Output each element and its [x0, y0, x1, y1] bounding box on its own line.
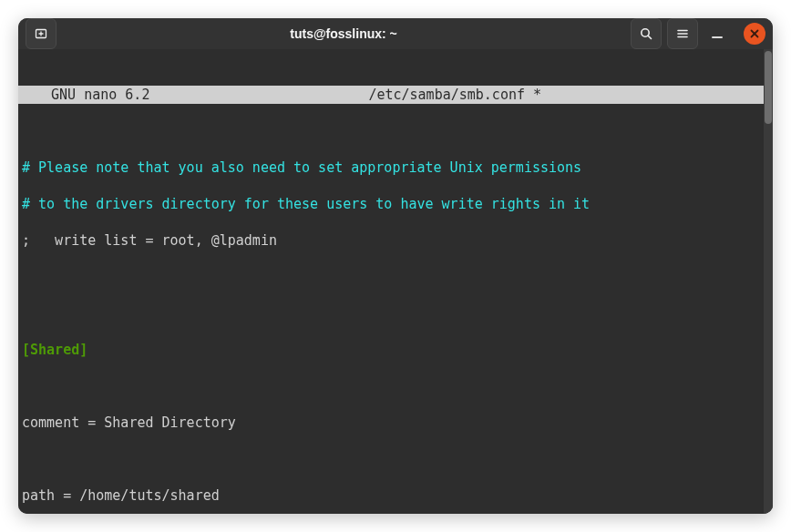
titlebar: tuts@fosslinux: ~ [18, 18, 773, 49]
svg-line-4 [648, 36, 651, 38]
editor-blank-line [22, 304, 760, 322]
search-button[interactable] [631, 18, 662, 49]
editor-line: path = /home/tuts/shared [22, 486, 760, 505]
new-tab-button[interactable] [26, 18, 56, 49]
editor-line: # to the drivers directory for these use… [22, 195, 760, 213]
nano-filename: /etc/samba/smb.conf * [149, 86, 760, 104]
nano-header: GNU nano 6.2 /etc/samba/smb.conf * [18, 86, 764, 104]
editor-blank-line [22, 450, 760, 468]
editor-blank-line [22, 268, 760, 286]
editor-content[interactable]: # Please note that you also need to set … [18, 140, 764, 514]
minimize-icon [711, 27, 724, 40]
scrollbar-thumb[interactable] [765, 51, 772, 124]
editor-section-line: [Shared] [22, 341, 760, 359]
scrollbar[interactable] [764, 49, 773, 514]
editor-line: comment = Shared Directory [22, 414, 760, 432]
editor-blank-line [22, 377, 760, 395]
search-icon [639, 26, 653, 41]
new-tab-icon [34, 26, 48, 41]
close-icon [750, 29, 759, 38]
editor-line: # Please note that you also need to set … [22, 159, 760, 177]
menu-icon [675, 26, 690, 41]
close-button[interactable] [744, 23, 765, 45]
terminal-content: GNU nano 6.2 /etc/samba/smb.conf * # Ple… [18, 49, 764, 514]
menu-button[interactable] [667, 18, 698, 49]
window-title: tuts@fosslinux: ~ [60, 26, 627, 41]
terminal-window: tuts@fosslinux: ~ [18, 18, 773, 514]
terminal-area[interactable]: GNU nano 6.2 /etc/samba/smb.conf * # Ple… [18, 49, 773, 514]
editor-line: ; write list = root, @lpadmin [22, 231, 760, 250]
nano-version: GNU nano 6.2 [22, 86, 149, 104]
minimize-button[interactable] [704, 20, 731, 47]
